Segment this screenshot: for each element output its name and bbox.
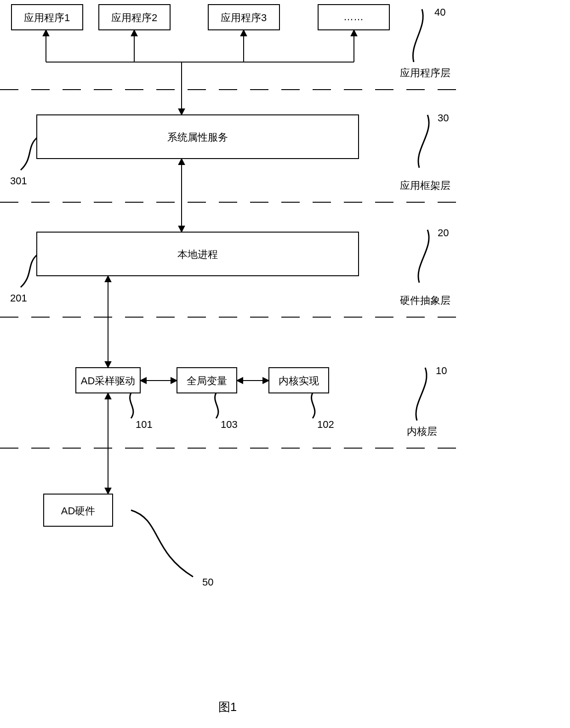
ad-sampling-driver-box: AD采样驱动 [76,368,140,393]
global-variable-label: 全局变量 [187,375,227,387]
ad-sampling-driver-label: AD采样驱动 [81,375,136,387]
callout-50 [131,510,193,577]
ad-hardware-box: AD硬件 [44,494,113,526]
app-more-label: …… [343,11,364,23]
ref-102: 102 [317,419,334,430]
ref-103: 103 [221,419,238,430]
figure-label: 图1 [218,700,237,714]
callout-101 [130,393,133,418]
app-box-more: …… [318,5,389,30]
callout-20 [418,230,429,283]
layer-kernel-label: 内核层 [407,426,437,437]
kernel-impl-label: 内核实现 [279,375,319,387]
ref-101: 101 [136,419,153,430]
app2-label: 应用程序2 [111,12,157,23]
app1-label: 应用程序1 [24,12,70,23]
app-box-3: 应用程序3 [208,5,279,30]
ref-10: 10 [436,365,447,376]
system-property-service-box: 系统属性服务 [37,115,359,159]
architecture-diagram: 应用程序1 应用程序2 应用程序3 …… 40 应用程序层 系统属性服务 301… [0,0,570,728]
ref-40: 40 [434,6,445,18]
global-variable-box: 全局变量 [177,368,237,393]
system-property-service-label: 系统属性服务 [167,131,228,143]
callout-10 [416,368,427,421]
app3-label: 应用程序3 [221,12,267,23]
local-process-label: 本地进程 [177,249,218,260]
layer-app-label: 应用程序层 [400,67,450,79]
app-box-2: 应用程序2 [99,5,170,30]
callout-30 [418,115,429,168]
callout-40 [413,9,423,62]
kernel-impl-box: 内核实现 [269,368,329,393]
app-box-1: 应用程序1 [11,5,83,30]
callout-201 [21,255,37,287]
callout-102 [312,393,315,418]
layer-hal-label: 硬件抽象层 [400,295,450,306]
ref-30: 30 [438,112,449,124]
local-process-box: 本地进程 [37,232,359,276]
ref-20: 20 [438,227,449,239]
callout-103 [215,393,218,418]
layer-framework-label: 应用框架层 [400,180,450,191]
callout-301 [21,138,37,170]
ref-301: 301 [10,175,27,187]
ref-50: 50 [202,576,213,588]
ref-201: 201 [10,292,27,304]
ad-hardware-label: AD硬件 [61,505,96,517]
